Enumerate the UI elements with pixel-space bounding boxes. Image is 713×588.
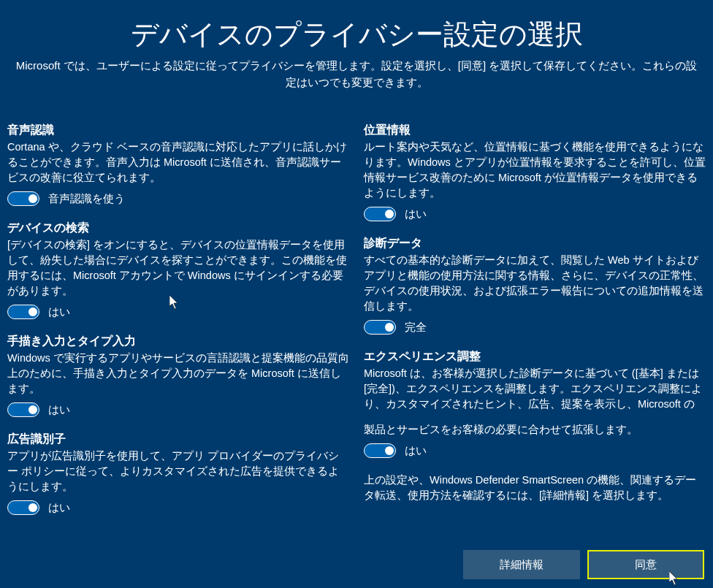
section-desc-location: ルート案内や天気など、位置情報に基づく機能を使用できるようになります。Windo…	[364, 140, 706, 201]
toggle-label-speech: 音声認識を使う	[48, 192, 125, 206]
toggle-label-diagnostic: 完全	[405, 321, 427, 335]
section-inking: 手描き入力とタイプ入力 Windows で実行するアプリやサービスの言語認識と提…	[7, 334, 349, 417]
section-title-location: 位置情報	[364, 123, 706, 138]
section-speech: 音声認識 Cortana や、クラウド ベースの音声認識に対応したアプリに話しか…	[7, 123, 349, 206]
section-desc-diagnostic: すべての基本的な診断データに加えて、閲覧した Web サイトおよびアプリと機能の…	[364, 253, 706, 314]
toggle-speech[interactable]	[7, 191, 39, 206]
section-desc-tailored-extra: 製品とサービスをお客様の必要に合わせて拡張します。	[364, 422, 706, 438]
section-diagnostic: 診断データ すべての基本的な診断データに加えて、閲覧した Web サイトおよびア…	[364, 236, 706, 335]
section-title-speech: 音声認識	[7, 123, 349, 138]
accept-button[interactable]: 同意	[587, 550, 704, 579]
toggle-row-inking: はい	[7, 402, 349, 417]
toggle-row-find-device: はい	[7, 305, 349, 319]
more-info-button[interactable]: 詳細情報	[463, 550, 580, 579]
footer-buttons: 詳細情報 同意	[463, 550, 704, 579]
section-desc-inking: Windows で実行するアプリやサービスの言語認識と提案機能の品質向上のために…	[7, 351, 349, 397]
section-desc-tailored: Microsoft は、お客様が選択した診断データに基づいて ([基本] または…	[364, 366, 706, 412]
section-title-diagnostic: 診断データ	[364, 236, 706, 251]
section-title-tailored: エクスペリエンス調整	[364, 349, 706, 364]
settings-columns: 音声認識 Cortana や、クラウド ベースの音声認識に対応したアプリに話しか…	[0, 123, 713, 530]
toggle-label-ad-id: はい	[48, 501, 70, 515]
toggle-location[interactable]	[364, 207, 396, 221]
toggle-row-tailored: はい	[364, 443, 706, 458]
toggle-label-find-device: はい	[48, 305, 70, 319]
page-title: デバイスのプライバシー設定の選択	[0, 0, 713, 53]
toggle-ad-id[interactable]	[7, 500, 39, 515]
section-location: 位置情報 ルート案内や天気など、位置情報に基づく機能を使用できるようになります。…	[364, 123, 706, 221]
section-desc-find-device: [デバイスの検索] をオンにすると、デバイスの位置情報データを使用して、紛失した…	[7, 237, 349, 299]
section-title-ad-id: 広告識別子	[7, 432, 349, 447]
right-column: 位置情報 ルート案内や天気など、位置情報に基づく機能を使用できるようになります。…	[356, 123, 709, 530]
toggle-row-location: はい	[364, 207, 706, 221]
section-title-find-device: デバイスの検索	[7, 221, 349, 236]
privacy-note: 上の設定や、Windows Defender SmartScreen の機能、関…	[364, 473, 706, 503]
toggle-row-diagnostic: 完全	[364, 320, 706, 335]
section-find-device: デバイスの検索 [デバイスの検索] をオンにすると、デバイスの位置情報データを使…	[7, 221, 349, 319]
toggle-row-speech: 音声認識を使う	[7, 191, 349, 206]
section-tailored: エクスペリエンス調整 Microsoft は、お客様が選択した診断データに基づい…	[364, 349, 706, 458]
toggle-diagnostic[interactable]	[364, 320, 396, 335]
toggle-tailored[interactable]	[364, 443, 396, 458]
toggle-label-tailored: はい	[405, 444, 427, 458]
toggle-row-ad-id: はい	[7, 500, 349, 515]
section-desc-ad-id: アプリが広告識別子を使用して、アプリ プロバイダーのプライバシー ポリシーに従っ…	[7, 448, 349, 495]
section-title-inking: 手描き入力とタイプ入力	[7, 334, 349, 349]
toggle-find-device[interactable]	[7, 305, 39, 319]
toggle-inking[interactable]	[7, 402, 39, 417]
section-ad-id: 広告識別子 アプリが広告識別子を使用して、アプリ プロバイダーのプライバシー ポ…	[7, 432, 349, 515]
left-column: 音声認識 Cortana や、クラウド ベースの音声認識に対応したアプリに話しか…	[4, 123, 356, 530]
privacy-settings-screen: { "header": { "title": "デバイスのプライバシー設定の選択…	[0, 0, 713, 588]
page-subtitle: Microsoft では、ユーザーによる設定に従ってプライバシーを管理します。設…	[15, 58, 698, 91]
toggle-label-location: はい	[405, 207, 427, 221]
section-desc-speech: Cortana や、クラウド ベースの音声認識に対応したアプリに話しかけることが…	[7, 140, 349, 186]
toggle-label-inking: はい	[48, 403, 70, 417]
